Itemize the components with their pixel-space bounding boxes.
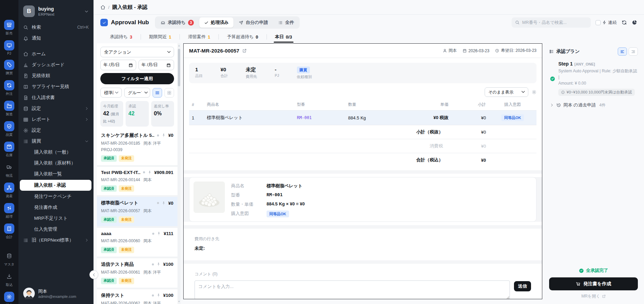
scrollbar-thumb[interactable] [178,49,180,86]
group-select[interactable]: グループ [124,88,150,98]
sidebar-item-mr-raw[interactable]: 購入依頼（原材料） [18,158,94,169]
request-queue-panel: 全アクション 年 /月/日 年 /月/日 フィルター適用 標準順 [97,43,177,304]
rail-item-settings[interactable]: 設定 [4,292,14,304]
sidebar-item-mr-general[interactable]: 購入依頼（一般） [18,147,94,158]
date-to-input[interactable]: 年 /月/日 [139,60,174,70]
tab-processed[interactable]: 処理済み [199,17,233,28]
rail-item-masters[interactable]: マスタ [4,251,15,267]
collapse-queue-button[interactable] [89,270,98,279]
request-card[interactable]: aaaa¥111 MAT-MR-2026-00060岡本 承認済未発注 [97,226,177,256]
pin-icon[interactable] [161,201,166,205]
sidebar-item-rfq[interactable]: 見積依頼 [18,70,94,81]
plan-view-compact-toggle[interactable] [629,47,638,56]
date-from-input[interactable]: 年 /月/日 [100,60,136,70]
rail-item-sales[interactable]: 販売 [4,20,14,36]
table-settings-gear-icon[interactable] [532,90,536,95]
plan-title: 承認プラン [556,48,579,55]
comment-input[interactable] [195,280,510,299]
sidebar-item-purchase-invoice[interactable]: 仕入請求書 [18,92,94,103]
filter-tab-pending[interactable]: 承認待ち3 [102,30,141,43]
create-po-button[interactable]: 発注書を作成 [549,277,638,290]
pin-icon[interactable] [156,293,161,298]
request-card[interactable]: 保持テスト¥100 MAT-MR-2026-00062岡本 洋平 承認済未発注 [97,288,177,304]
workspace-switcher[interactable]: B buying ERPNext [18,3,94,22]
sidebar-item-home[interactable]: ホーム [18,48,94,59]
sidebar-item-po-create[interactable]: 発注書作成 [18,202,94,213]
chevron-right-icon [85,238,89,242]
sidebar-item-notifications[interactable]: 通知 [18,33,94,44]
rail-item-logistics[interactable]: 物流 [4,162,14,178]
sidebar-item-supplier-mgmt[interactable]: 仕入先管理 [18,224,94,235]
page-title: 購入依頼 - 承認 [112,4,147,11]
sidebar-group-buying[interactable]: 購買 [18,136,94,147]
requester-history-toggle[interactable]: 岡本 の過去申請 4件 [549,102,638,108]
breadcrumb: / 購入依頼 - 承認 [94,0,644,15]
continuous-checkbox[interactable] [596,20,601,25]
action-filter-select[interactable]: 全アクション [100,47,174,57]
grid-view-toggle[interactable] [164,88,174,98]
refresh-icon[interactable] [621,20,627,25]
rail-item-manufacturing[interactable]: 製造 [4,101,14,117]
hub-search-input[interactable] [522,20,587,25]
pin-icon[interactable] [161,133,166,137]
filter-tab-stalled[interactable]: 滞留案件1 [180,30,218,43]
user-name: 岡本 [38,288,76,294]
apply-filter-button[interactable]: フィルター適用 [100,73,174,84]
request-card[interactable]: 送信テスト商品¥100 MAT-MR-2026-00061岡本 洋平 承認済未発… [97,257,177,288]
pin-icon[interactable] [157,231,161,236]
org-chart-icon [4,183,14,193]
sidebar-item-dashboard[interactable]: ダッシュボード [18,59,94,70]
request-card-selected[interactable]: 標準樹脂ペレット¥0 MAT-MR-2026-00057岡本 承認済未発注 [97,195,177,226]
filter-tab-today[interactable]: 本日0/3 [267,30,300,43]
pin-icon[interactable] [156,262,161,266]
rail-item-outsourcing[interactable]: 外注 [4,80,14,96]
external-link-icon[interactable] [242,48,247,53]
request-card[interactable]: スキンケア多層ボトル 5...¥0 MAT-MR-2026-00185岡本 洋平… [97,129,177,165]
sidebar-item-supplier-quote[interactable]: サプライヤー見積 [18,81,94,92]
open-mr-link[interactable]: MRを開く [549,293,638,299]
hub-tab-group: 承認待ち3 処理済み 自分の申請 全件 [155,16,300,29]
product-qty-price: 884.5 Kg × ¥0 = ¥0 [267,201,305,207]
pin-icon[interactable] [147,170,152,175]
sidebar-item-search[interactable]: 検索Ctrl+K [18,22,94,33]
tab-all[interactable]: 全件 [273,17,299,28]
pie-chart-icon[interactable] [632,20,637,25]
rail-item-accounting[interactable]: 経理 [4,203,14,219]
sidebar-item-mr-list[interactable]: 購入依頼一覧 [18,169,94,179]
sidebar-item-mr-approval[interactable]: 購入依頼 - 承認 [20,180,91,191]
home-icon[interactable] [100,5,105,10]
list-view-toggle[interactable] [153,88,162,98]
rail-item-import[interactable]: 取込 [4,271,14,287]
rail-item-finance[interactable]: 会計 [4,223,14,240]
request-card[interactable]: Test PWB-EXT-IT...¥909.091 MAT-MR-2026-0… [97,165,177,195]
book-icon [23,84,28,89]
display-mode-select[interactable]: そのまま表示 [485,87,528,97]
queue-scrollbar[interactable]: ▲ ▼ [177,43,181,304]
sidebar-item-settings[interactable]: 設定 [18,125,94,136]
tab-my-requests[interactable]: 自分の申請 [234,17,273,28]
rail-item-inventory[interactable]: 在庫 [4,142,14,158]
send-comment-button[interactable]: 送信 [514,281,531,291]
truck-icon [4,162,14,172]
sidebar-item-masters[interactable]: 設定 [18,103,94,114]
sidebar-item-po-workbench[interactable]: 発注ワークベンチ [18,191,94,202]
tab-pending[interactable]: 承認待ち3 [156,17,198,28]
rail-item-buying[interactable]: 購買 [4,60,14,76]
sort-select[interactable]: 標準順 [100,88,122,98]
filter-tab-due-soon[interactable]: 期限間近1 [141,30,180,43]
user-menu[interactable]: 岡本 admin@example.com [18,283,94,304]
plan-view-detailed-toggle[interactable] [618,47,627,56]
sidebar-item-mrp-shortage[interactable]: MRP不足リスト [18,213,94,224]
bell-icon [23,36,28,41]
item-row[interactable]: 1 標準樹脂ペレット RM-001 884.5 Kg ¥0 税抜 ¥0 同等品O… [189,111,536,125]
rail-item-pj[interactable]: PJ [4,40,14,55]
product-image [194,182,225,213]
filter-tab-over-budget[interactable]: 予算超過待ち0 [219,30,267,43]
rail-item-quality[interactable]: 品質 [4,121,14,137]
rail-item-assets[interactable]: 資産 [4,183,14,199]
status-dot-icon [152,233,154,235]
sidebar-group-legacy[interactable]: 旧（ERPNext標準） [18,235,94,246]
sidebar-item-reports[interactable]: レポート [18,114,94,125]
box-icon [4,142,14,152]
table-icon [23,117,28,122]
